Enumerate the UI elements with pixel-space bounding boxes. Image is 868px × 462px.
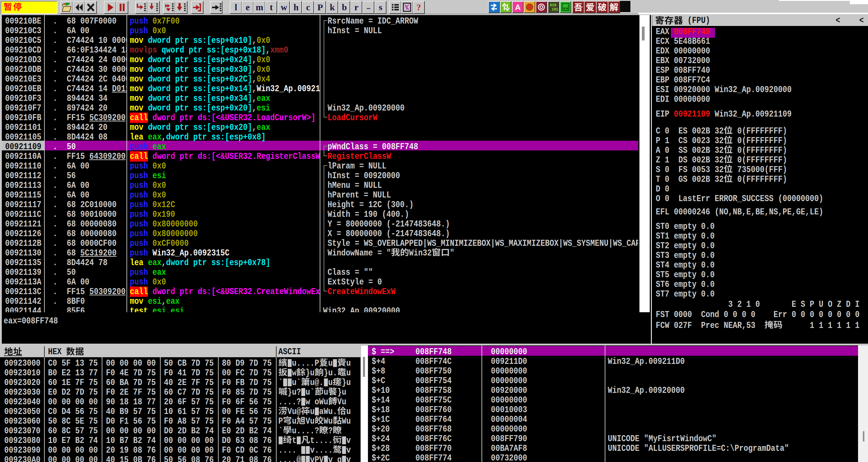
svg-text:A: A bbox=[515, 3, 521, 11]
svg-text:101: 101 bbox=[552, 7, 558, 12]
svg-text:010: 010 bbox=[550, 3, 556, 7]
